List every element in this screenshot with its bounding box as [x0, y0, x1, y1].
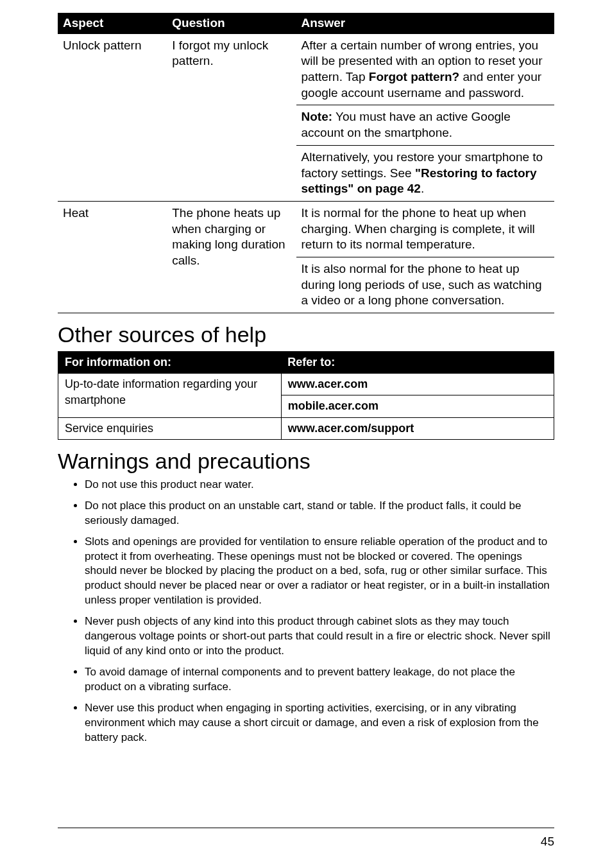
faq-header-aspect: Aspect: [58, 13, 167, 34]
cell-url: www.acer.com: [281, 374, 554, 395]
table-row: Up-to-date information regarding your sm…: [58, 374, 554, 395]
list-item: Never use this product when engaging in …: [85, 701, 554, 745]
list-item: Slots and openings are provided for vent…: [85, 535, 554, 609]
cell-aspect: Heat: [58, 201, 167, 313]
table-row: Heat The phone heats up when charging or…: [58, 201, 554, 257]
table-row: Unlock pattern I forgot my unlock patter…: [58, 34, 554, 105]
page-number: 45: [541, 835, 554, 849]
sources-header-row: For information on: Refer to:: [58, 352, 554, 374]
heading-other-sources: Other sources of help: [58, 322, 554, 347]
faq-header-row: Aspect Question Answer: [58, 13, 554, 34]
warnings-list: Do not use this product near water. Do n…: [58, 478, 554, 745]
cell-answer: It is normal for the phone to heat up wh…: [296, 201, 555, 257]
heading-warnings: Warnings and precautions: [58, 449, 554, 474]
cell-info: Service enquiries: [58, 417, 282, 439]
cell-question: I forgot my unlock pattern.: [167, 34, 296, 202]
cell-answer: Note: You must have an active Google acc…: [296, 105, 555, 145]
cell-url: www.acer.com/support: [281, 417, 554, 439]
cell-aspect: Unlock pattern: [58, 34, 167, 202]
table-row: Service enquiries www.acer.com/support: [58, 417, 554, 439]
sources-header-left: For information on:: [58, 352, 282, 374]
list-item: Do not place this product on an unstable…: [85, 499, 554, 528]
list-item: Do not use this product near water.: [85, 478, 554, 492]
sources-header-right: Refer to:: [281, 352, 554, 374]
cell-answer: Alternatively, you restore your smartpho…: [296, 145, 555, 201]
answer-text: You must have an active Google account o…: [302, 110, 511, 139]
footer-rule: [58, 828, 554, 828]
list-item: Never push objects of any kind into this…: [85, 614, 554, 659]
cell-question: The phone heats up when charging or maki…: [167, 201, 296, 313]
cell-info: Up-to-date information regarding your sm…: [58, 374, 282, 417]
page: Aspect Question Answer Unlock pattern I …: [0, 0, 612, 868]
faq-table: Aspect Question Answer Unlock pattern I …: [58, 13, 554, 313]
bold-text: Note:: [302, 110, 333, 123]
cell-answer: It is also normal for the phone to heat …: [296, 257, 555, 313]
cell-answer: After a certain number of wrong entries,…: [296, 34, 555, 105]
sources-table: For information on: Refer to: Up-to-date…: [58, 351, 554, 440]
faq-header-answer: Answer: [296, 13, 555, 34]
answer-text: .: [421, 182, 424, 195]
list-item: To avoid damage of internal components a…: [85, 665, 554, 695]
cell-url: mobile.acer.com: [281, 395, 554, 417]
bold-text: Forgot pattern?: [369, 70, 459, 83]
faq-header-question: Question: [167, 13, 296, 34]
